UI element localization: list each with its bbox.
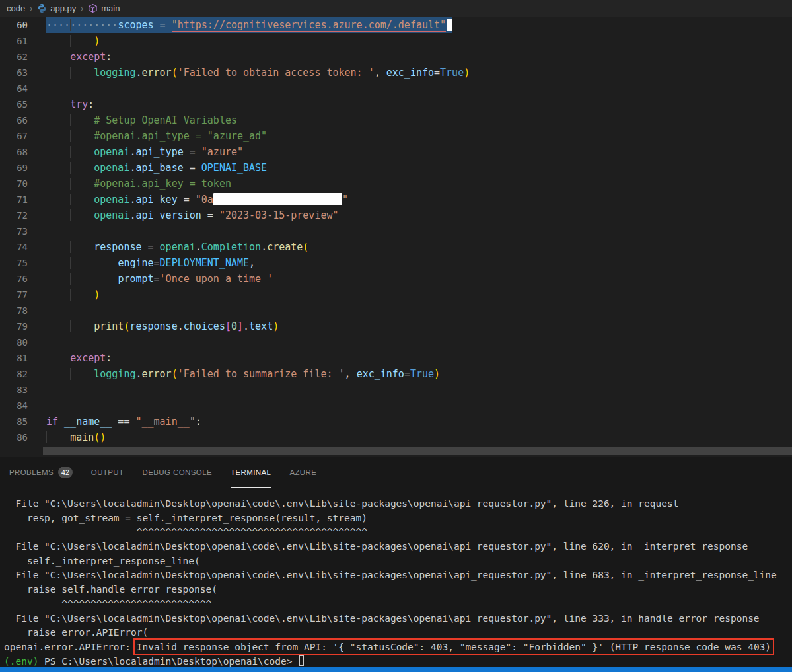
code-text: #openai.api_type = "azure_ad" <box>46 128 267 144</box>
line-number: 67 <box>0 128 46 144</box>
token: , <box>375 67 386 79</box>
token: openai <box>160 241 196 253</box>
symbol-namespace-icon <box>88 3 98 13</box>
code-text: openai.api_key = "0a" <box>46 192 348 207</box>
code-line[interactable]: 72 openai.api_version = "2023-03-15-prev… <box>0 207 792 223</box>
token: response <box>94 241 141 253</box>
code-line[interactable]: 68 openai.api_type = "azure" <box>0 144 792 160</box>
code-line[interactable]: 77 ) <box>0 287 792 303</box>
code-line[interactable]: 82 logging.error('Failed to summarize fi… <box>0 366 792 382</box>
token: ) <box>94 289 100 301</box>
code-text: ) <box>46 33 100 49</box>
token: " <box>342 194 348 205</box>
token <box>58 416 64 428</box>
token: prompt <box>118 273 153 285</box>
token <box>70 146 94 158</box>
breadcrumb-item-file[interactable]: app.py <box>50 3 76 13</box>
terminal-output[interactable]: File "C:\Users\localadmin\Desktop\openai… <box>0 488 792 669</box>
chevron-right-icon: › <box>30 4 32 13</box>
status-bar-strip <box>0 667 792 672</box>
line-number: 75 <box>0 255 46 271</box>
token: OPENAI_BASE <box>201 162 267 174</box>
code-line[interactable]: 83 <box>0 382 792 398</box>
code-line[interactable]: 85if __name__ == "__main__": <box>0 414 792 429</box>
token <box>46 320 70 332</box>
token <box>46 209 70 221</box>
code-line[interactable]: 73 <box>0 223 792 239</box>
code-line[interactable]: 63 logging.error('Failed to obtain acces… <box>0 65 792 81</box>
token: = <box>154 273 160 285</box>
line-number: 79 <box>0 318 46 334</box>
code-line[interactable]: 64 <box>0 81 792 96</box>
panel-tab-terminal[interactable]: TERMINAL <box>231 457 271 488</box>
code-line[interactable]: 75 engine=DEPLOYMENT_NAME, <box>0 255 792 271</box>
scrollbar-thumb[interactable] <box>43 447 792 455</box>
code-text: logging.error('Failed to obtain access t… <box>46 65 470 81</box>
panel-tab-azure[interactable]: AZURE <box>289 457 316 488</box>
token: try <box>70 98 88 110</box>
token: = <box>404 368 410 380</box>
code-editor[interactable]: 60············scopes = "https://cognitiv… <box>0 17 792 445</box>
code-line[interactable]: 84 <box>0 398 792 414</box>
token: 'Failed to summarize file: ' <box>178 368 345 380</box>
panel-tab-output[interactable]: OUTPUT <box>91 457 124 488</box>
line-number: 63 <box>0 65 46 81</box>
token <box>46 194 70 205</box>
code-line[interactable]: 78 <box>0 303 792 318</box>
token <box>46 98 70 110</box>
code-line[interactable]: 74 response = openai.Completion.create( <box>0 239 792 255</box>
token: File "C:\Users\localadmin\Desktop\openai… <box>4 541 748 552</box>
code-line[interactable]: 76 prompt='Once upon a time ' <box>0 271 792 287</box>
token: ) <box>94 35 100 47</box>
token: # Setup OpenAI Variables <box>94 114 237 126</box>
token: response <box>129 320 177 332</box>
code-line[interactable]: 79 print(response.choices[0].text) <box>0 318 792 334</box>
error-highlight-box: Invalid response object from API: '{ "st… <box>137 642 771 652</box>
token <box>46 289 70 301</box>
code-line[interactable]: 66 # Setup OpenAI Variables <box>0 112 792 128</box>
line-number: 68 <box>0 144 46 160</box>
token <box>70 194 94 205</box>
code-line[interactable]: 71 openai.api_key = "0a" <box>0 192 792 207</box>
token <box>46 146 70 158</box>
token <box>46 67 70 79</box>
token: ···· <box>70 19 94 31</box>
bottom-panel: PROBLEMS42OUTPUTDEBUG CONSOLETERMINALAZU… <box>0 457 792 667</box>
panel-tab-label: AZURE <box>289 458 316 487</box>
token <box>70 257 94 269</box>
breadcrumb-item-symbol[interactable]: main <box>101 3 120 13</box>
code-line[interactable]: 80 <box>0 334 792 350</box>
line-number: 65 <box>0 96 46 112</box>
token <box>94 257 118 269</box>
code-line[interactable]: 60············scopes = "https://cognitiv… <box>0 17 792 33</box>
redacted-api-key <box>213 193 342 205</box>
token: ^^^^^^^^^^^^^^^^^^^^^^^^^^^^^^^^^^^^^^^^ <box>4 527 367 537</box>
token: File "C:\Users\localadmin\Desktop\openai… <box>4 570 777 580</box>
token: = <box>154 19 172 31</box>
code-line[interactable]: 61 ) <box>0 33 792 49</box>
token: True <box>440 67 464 79</box>
editor-horizontal-scrollbar[interactable] <box>0 445 792 457</box>
token: api_base <box>135 162 183 174</box>
token: . <box>261 241 267 253</box>
code-line[interactable]: 67 #openai.api_type = "azure_ad" <box>0 128 792 144</box>
code-line[interactable]: 69 openai.api_base = OPENAI_BASE <box>0 160 792 176</box>
token <box>46 162 70 174</box>
code-line[interactable]: 86 main() <box>0 429 792 445</box>
breadcrumb-item-folder[interactable]: code <box>7 3 25 13</box>
token: resp, got_stream = self._interpret_respo… <box>4 513 367 523</box>
token <box>70 130 94 142</box>
terminal-line: raise self.handle_error_response( <box>4 583 792 597</box>
code-text: print(response.choices[0].text) <box>46 318 279 334</box>
code-text: openai.api_type = "azure" <box>46 144 243 160</box>
code-line[interactable]: 65 try: <box>0 96 792 112</box>
panel-tab-problems[interactable]: PROBLEMS42 <box>9 457 73 488</box>
code-line[interactable]: 81 except: <box>0 350 792 366</box>
token: , <box>249 257 255 269</box>
code-line[interactable]: 70 #openai.api_key = token <box>0 176 792 192</box>
code-line[interactable]: 62 except: <box>0 49 792 65</box>
token: = <box>154 257 160 269</box>
token: error <box>142 368 172 380</box>
line-number: 60 <box>0 17 46 33</box>
panel-tab-debug-console[interactable]: DEBUG CONSOLE <box>142 457 212 488</box>
